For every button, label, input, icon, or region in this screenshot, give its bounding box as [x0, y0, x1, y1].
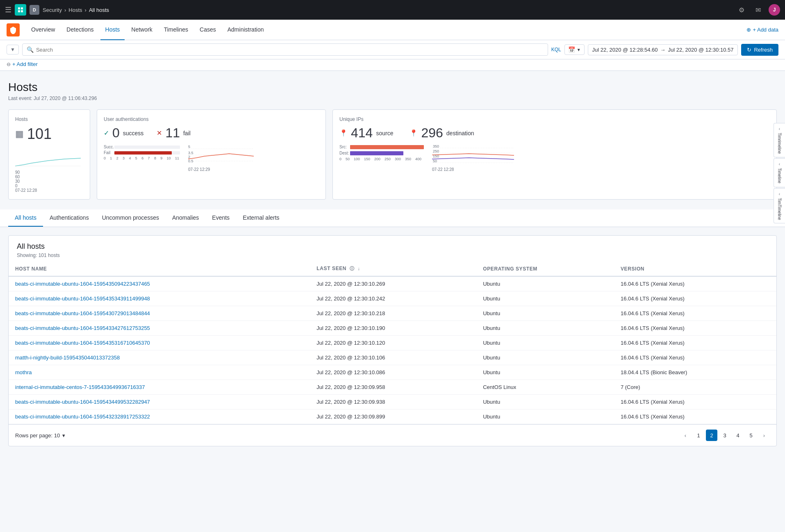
refresh-button[interactable]: ↻ Refresh	[741, 44, 778, 56]
topbar: ☰ D Security › Hosts › All hosts ⚙ ✉ J	[0, 0, 785, 20]
timeline-tab-2[interactable]: ‹ Timeline	[774, 158, 785, 187]
version-cell: 16.04.6 LTS (Xenial Xerus)	[614, 350, 776, 365]
page-3-button[interactable]: 3	[719, 430, 730, 441]
avatar[interactable]: J	[769, 4, 780, 16]
last-seen-cell: Jul 22, 2020 @ 12:30:10.269	[310, 276, 476, 291]
timeline-label-3: TimTimeline	[777, 198, 782, 220]
breadcrumb-hosts[interactable]: Hosts	[68, 7, 82, 13]
nav-timelines[interactable]: Timelines	[159, 20, 193, 40]
calendar-view-toggle[interactable]: 📅 ▼	[564, 44, 585, 55]
version-cell: 16.04.6 LTS (Xenial Xerus)	[614, 395, 776, 409]
tab-external-alerts[interactable]: External alerts	[236, 209, 286, 227]
host-link-7[interactable]: internal-ci-immutable-centos-7-159543364…	[15, 384, 145, 390]
table-row: beats-ci-immutable-ubuntu-1604-159543509…	[9, 276, 776, 291]
nav-network[interactable]: Network	[126, 20, 157, 40]
messages-icon[interactable]: ✉	[752, 4, 764, 16]
tab-all-hosts[interactable]: All hosts	[8, 209, 43, 227]
host-link-1[interactable]: beats-ci-immutable-ubuntu-1604-159543534…	[15, 296, 150, 302]
ips-chart: Src: Dest: 0 50 100 150 200 250 30	[339, 145, 770, 172]
source-ip-icon: 📍	[339, 129, 348, 137]
filterbar: ⊖ + Add filter	[0, 59, 785, 71]
page-title: Hosts	[8, 81, 777, 94]
host-link-8[interactable]: beats-ci-immutable-ubuntu-1604-159543449…	[15, 399, 150, 405]
rows-per-page-selector[interactable]: Rows per page: 10 ▾	[15, 432, 65, 439]
breadcrumb-security[interactable]: Security	[43, 7, 62, 13]
date-to: Jul 22, 2020 @ 12:30:10.57	[668, 47, 734, 53]
last-seen-cell: Jul 22, 2020 @ 12:30:10.086	[310, 365, 476, 380]
table-subtitle: Showing: 101 hosts	[17, 252, 768, 258]
all-hosts-table: All hosts Showing: 101 hosts Host name L…	[8, 235, 777, 446]
success-icon: ✓	[104, 129, 109, 137]
page-1-button[interactable]: 1	[693, 430, 704, 441]
nav-overview[interactable]: Overview	[26, 20, 60, 40]
hosts-grid-icon: ▦	[15, 129, 24, 139]
last-seen-cell: Jul 22, 2020 @ 12:30:10.190	[310, 321, 476, 336]
auths-values: ✓ 0 success ✕ 11 fail	[104, 125, 319, 141]
add-data-button[interactable]: ⊕ + Add data	[746, 27, 778, 33]
col-version[interactable]: Version	[614, 261, 776, 276]
timeline-tab-3[interactable]: ‹ TimTimeline	[774, 188, 785, 224]
tab-authentications[interactable]: Authentications	[43, 209, 96, 227]
nav-hosts[interactable]: Hosts	[100, 20, 125, 40]
host-link-0[interactable]: beats-ci-immutable-ubuntu-1604-159543509…	[15, 281, 150, 287]
nav-administration[interactable]: Administration	[223, 20, 269, 40]
host-link-5[interactable]: matth-i-nightly-build-159543504401337235…	[15, 355, 120, 361]
page-2-button[interactable]: 2	[706, 430, 717, 441]
table-row: beats-ci-immutable-ubuntu-1604-159543072…	[9, 306, 776, 321]
tab-anomalies[interactable]: Anomalies	[166, 209, 205, 227]
timeline-tab-1[interactable]: ‹ Timrimeline	[774, 123, 785, 157]
calendar-icon: 📅	[568, 46, 575, 53]
tab-uncommon-processes[interactable]: Uncommon processes	[96, 209, 166, 227]
timeline-sidebar: ‹ Timrimeline ‹ Timeline ‹ TimTimeline	[774, 123, 785, 223]
os-cell: Ubuntu	[476, 350, 614, 365]
host-link-3[interactable]: beats-ci-immutable-ubuntu-1604-159543342…	[15, 325, 150, 331]
hosts-table: Host name Last seen ⓘ ↓ Operating system…	[9, 261, 776, 424]
calendar-chevron: ▼	[577, 48, 581, 52]
last-seen-cell: Jul 22, 2020 @ 12:30:10.120	[310, 336, 476, 350]
host-link-2[interactable]: beats-ci-immutable-ubuntu-1604-159543072…	[15, 310, 150, 316]
settings-icon[interactable]: ⚙	[736, 4, 747, 16]
version-cell: 18.04.4 LTS (Bionic Beaver)	[614, 365, 776, 380]
navbar-right: ⊕ + Add data	[746, 27, 778, 33]
col-last-seen[interactable]: Last seen ⓘ ↓	[310, 261, 476, 276]
os-cell: Ubuntu	[476, 336, 614, 350]
host-link-6[interactable]: mothra	[15, 369, 32, 375]
collapse-icon-2: ‹	[779, 162, 780, 166]
svg-text:250: 250	[433, 149, 439, 153]
date-range-picker[interactable]: Jul 22, 2020 @ 12:28:54.60 → Jul 22, 202…	[588, 44, 738, 55]
tab-events[interactable]: Events	[205, 209, 236, 227]
table-title: All hosts	[17, 242, 768, 251]
table-row: beats-ci-immutable-ubuntu-1604-159543534…	[9, 291, 776, 306]
svg-text:0.5: 0.5	[188, 159, 193, 163]
page-5-button[interactable]: 5	[745, 430, 757, 441]
col-os[interactable]: Operating system	[476, 261, 614, 276]
date-from: Jul 22, 2020 @ 12:28:54.60	[592, 47, 658, 53]
search-box[interactable]: 🔍	[22, 43, 548, 56]
search-input[interactable]	[36, 47, 544, 53]
add-filter-button[interactable]: + Add filter	[12, 61, 38, 67]
host-name-cell: mothra	[9, 365, 310, 380]
host-link-9[interactable]: beats-ci-immutable-ubuntu-1604-159543232…	[15, 414, 150, 420]
version-cell: 7 (Core)	[614, 380, 776, 395]
search-dropdown-icon[interactable]: ▼	[10, 47, 15, 52]
page-4-button[interactable]: 4	[732, 430, 744, 441]
col-host-name[interactable]: Host name	[9, 261, 310, 276]
last-seen-cell: Jul 22, 2020 @ 12:30:10.242	[310, 291, 476, 306]
host-name-cell: internal-ci-immutable-centos-7-159543364…	[9, 380, 310, 395]
ips-stat-card: Unique IPs 📍 414 source 📍 296 destinatio…	[332, 109, 777, 200]
collapse-icon-1: ‹	[779, 127, 780, 131]
prev-page-button[interactable]: ‹	[680, 430, 691, 441]
host-name-cell: beats-ci-immutable-ubuntu-1604-159543072…	[9, 306, 310, 321]
date-arrow: →	[660, 47, 666, 53]
kql-badge[interactable]: KQL	[551, 47, 561, 52]
menu-icon[interactable]: ☰	[5, 5, 11, 14]
auths-stat-card: User authentications ✓ 0 success ✕ 11 fa…	[97, 109, 326, 200]
nav-cases[interactable]: Cases	[195, 20, 221, 40]
source-value: 414	[351, 125, 373, 141]
ip-values: 📍 414 source 📍 296 destination	[339, 125, 770, 141]
next-page-button[interactable]: ›	[758, 430, 770, 441]
nav-detections[interactable]: Detections	[61, 20, 98, 40]
host-link-4[interactable]: beats-ci-immutable-ubuntu-1604-159543531…	[15, 340, 150, 346]
navbar: Overview Detections Hosts Network Timeli…	[0, 20, 785, 40]
host-name-cell: beats-ci-immutable-ubuntu-1604-159543342…	[9, 321, 310, 336]
